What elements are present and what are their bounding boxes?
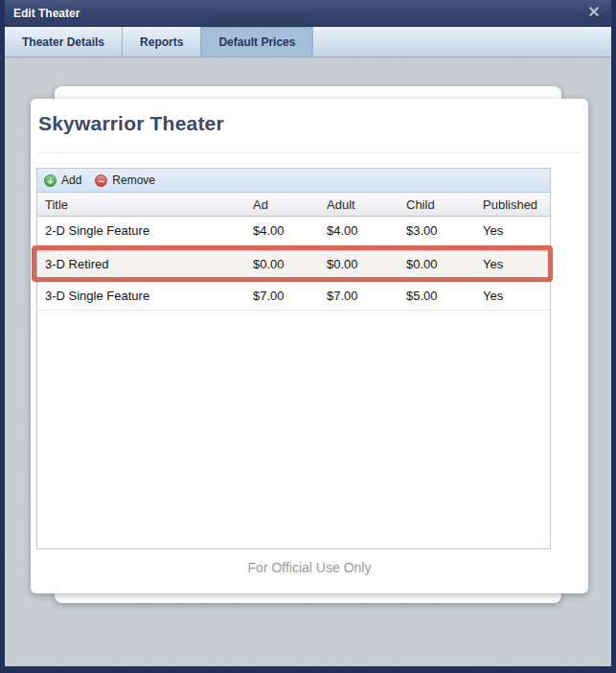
cell-published: Yes (483, 289, 550, 303)
column-header-adult[interactable]: Adult (327, 197, 406, 212)
remove-icon: − (95, 174, 107, 187)
cell-title: 2-D Single Feature (37, 223, 253, 238)
cell-title: 3-D Retired (37, 257, 253, 271)
dialog-body: Skywarrior Theater + Add − Remove Title … (5, 58, 611, 666)
add-button[interactable]: + Add (44, 174, 81, 187)
cell-adult: $7.00 (327, 289, 406, 303)
default-prices-panel: + Add − Remove Title Ad Adult Child Publ… (36, 168, 551, 549)
table-header-row: Title Ad Adult Child Published (37, 193, 550, 217)
prices-toolbar: + Add − Remove (37, 169, 550, 193)
tab-default-prices[interactable]: Default Prices (201, 27, 313, 57)
table-row[interactable]: 2-D Single Feature $4.00 $4.00 $3.00 Yes (37, 217, 550, 245)
tab-reports[interactable]: Reports (123, 27, 201, 57)
cell-child: $5.00 (406, 289, 483, 303)
cell-ad: $4.00 (253, 223, 327, 238)
remove-button[interactable]: − Remove (95, 174, 155, 187)
tab-label: Theater Details (22, 35, 104, 49)
official-use-note: For Official Use Only (31, 560, 588, 575)
cell-published: Yes (483, 257, 550, 271)
column-header-child[interactable]: Child (406, 197, 483, 212)
table-row[interactable]: 3-D Single Feature $7.00 $7.00 $5.00 Yes (37, 282, 550, 311)
cell-published: Yes (483, 223, 550, 238)
cell-ad: $7.00 (253, 289, 327, 303)
cell-ad: $0.00 (253, 257, 327, 271)
table-row-highlighted[interactable]: 3-D Retired $0.00 $0.00 $0.00 Yes (37, 245, 550, 282)
cell-adult: $0.00 (327, 257, 406, 271)
close-icon[interactable]: ✕ (584, 3, 604, 22)
page-title: Skywarrior Theater (38, 112, 224, 135)
cell-title: 3-D Single Feature (37, 289, 253, 303)
remove-button-label: Remove (112, 174, 155, 187)
tab-label: Default Prices (218, 35, 295, 49)
add-button-label: Add (61, 174, 81, 187)
dialog-title: Edit Theater (13, 7, 80, 20)
cell-child: $3.00 (406, 223, 483, 238)
tab-label: Reports (140, 35, 183, 49)
tab-bar: Theater Details Reports Default Prices (5, 27, 611, 58)
heading-divider (38, 152, 581, 153)
column-header-ad[interactable]: Ad (253, 197, 327, 212)
tab-theater-details[interactable]: Theater Details (5, 27, 123, 57)
cell-child: $0.00 (406, 257, 483, 271)
table-empty-area (37, 311, 550, 548)
edit-theater-dialog: Edit Theater ✕ Theater Details Reports D… (0, 0, 616, 673)
add-icon: + (44, 174, 57, 187)
cell-adult: $4.00 (327, 223, 406, 238)
column-header-title[interactable]: Title (37, 197, 253, 212)
dialog-titlebar: Edit Theater ✕ (5, 0, 611, 27)
theater-card: Skywarrior Theater + Add − Remove Title … (31, 99, 588, 593)
column-header-published[interactable]: Published (483, 197, 550, 212)
